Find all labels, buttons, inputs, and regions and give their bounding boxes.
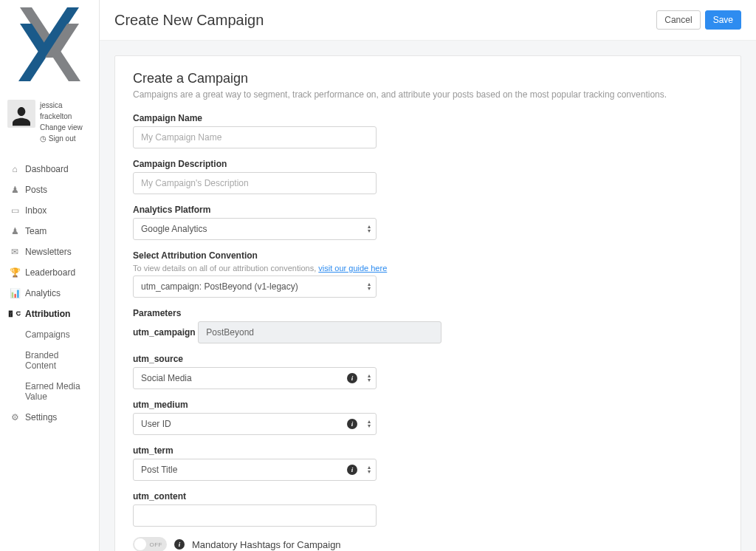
header-save-button[interactable]: Save (705, 10, 741, 30)
analytics-platform-label: Analytics Platform (133, 205, 502, 215)
user-name-link[interactable]: jessica frackelton (40, 100, 92, 122)
campaign-name-input[interactable] (133, 126, 377, 148)
logo (0, 0, 99, 96)
envelope-icon: ✉ (10, 247, 19, 257)
main: Create New Campaign Cancel Save Create a… (100, 0, 756, 551)
nav-newsletters[interactable]: ✉Newsletters (0, 242, 99, 262)
campaign-desc-input[interactable] (133, 172, 377, 194)
chart-icon: 📊 (10, 288, 19, 298)
team-icon: ♟ (10, 226, 19, 236)
info-icon[interactable]: i (347, 465, 357, 475)
nav-attribution[interactable]: �ငAttribution (0, 304, 99, 324)
laptop-icon: ▭ (10, 205, 19, 216)
page-header: Create New Campaign Cancel Save (100, 0, 756, 41)
utm-source-select[interactable] (133, 367, 377, 389)
nav-posts[interactable]: ♟Posts (0, 179, 99, 200)
utm-term-label: utm_term (133, 445, 502, 456)
logo-icon (13, 7, 86, 89)
nav-leaderboard[interactable]: 🏆Leaderboard (0, 262, 99, 283)
analytics-platform-select[interactable] (133, 218, 377, 240)
attribution-select[interactable] (133, 276, 377, 298)
mandatory-hashtags-row: OFF i Mandatory Hashtags for Campaign (133, 537, 723, 551)
nav-dashboard[interactable]: ⌂Dashboard (0, 159, 99, 179)
utm-content-label: utm_content (133, 491, 502, 502)
nav-settings[interactable]: ⚙Settings (0, 407, 99, 428)
user-block: jessica frackelton Change view ◷ Sign ou… (0, 96, 99, 151)
campaign-name-label: Campaign Name (133, 113, 502, 123)
info-icon[interactable]: i (347, 373, 357, 383)
trophy-icon: 🏆 (10, 267, 19, 278)
nav-campaigns[interactable]: Campaigns (0, 324, 99, 345)
sidebar: jessica frackelton Change view ◷ Sign ou… (0, 0, 100, 551)
nav-team[interactable]: ♟Team (0, 221, 99, 242)
utm-content-input[interactable] (133, 504, 377, 527)
utm-source-label: utm_source (133, 354, 502, 364)
mandatory-hashtags-label: Mandatory Hashtags for Campaign (192, 539, 341, 550)
avatar[interactable] (7, 100, 35, 128)
content: Create a Campaign Campaigns are a great … (100, 41, 756, 551)
attribution-guide-link[interactable]: visit our guide here (318, 264, 387, 273)
utm-medium-label: utm_medium (133, 400, 502, 410)
nav-earned-media[interactable]: Earned Media Value (0, 376, 99, 407)
user-silhouette-icon (10, 104, 33, 128)
utm-campaign-input (198, 321, 441, 343)
nav-inbox[interactable]: ▭Inbox (0, 200, 99, 221)
utm-term-select[interactable] (133, 459, 377, 481)
nav-list: ⌂Dashboard ♟Posts ▭Inbox ♟Team ✉Newslett… (0, 151, 99, 435)
nav-branded-content[interactable]: Branded Content (0, 345, 99, 376)
sign-out-link[interactable]: ◷ Sign out (40, 133, 92, 144)
utm-medium-select[interactable] (133, 413, 377, 435)
info-icon[interactable]: i (174, 539, 185, 550)
header-buttons: Cancel Save (656, 10, 741, 30)
card-subtitle: Campaigns are a great way to segment, tr… (133, 89, 723, 100)
attribution-help: To view details on all of our attributio… (133, 264, 502, 273)
user-icon: ♟ (10, 185, 19, 195)
home-icon: ⌂ (10, 164, 19, 174)
gear-icon: ⚙ (10, 412, 19, 422)
share-icon: �င (10, 309, 19, 319)
page-title: Create New Campaign (114, 12, 264, 29)
form-card: Create a Campaign Campaigns are a great … (114, 55, 741, 551)
info-icon[interactable]: i (347, 419, 357, 429)
header-cancel-button[interactable]: Cancel (656, 10, 700, 30)
utm-campaign-label: utm_campaign (133, 327, 196, 338)
change-view-link[interactable]: Change view (40, 122, 92, 133)
campaign-desc-label: Campaign Description (133, 159, 502, 169)
mandatory-hashtags-toggle[interactable]: OFF (133, 537, 167, 551)
attribution-label: Select Attribution Convention (133, 250, 502, 261)
nav-analytics[interactable]: 📊Analytics (0, 283, 99, 304)
parameters-label: Parameters (133, 308, 502, 318)
card-title: Create a Campaign (133, 71, 723, 86)
clock-icon: ◷ (40, 134, 47, 143)
